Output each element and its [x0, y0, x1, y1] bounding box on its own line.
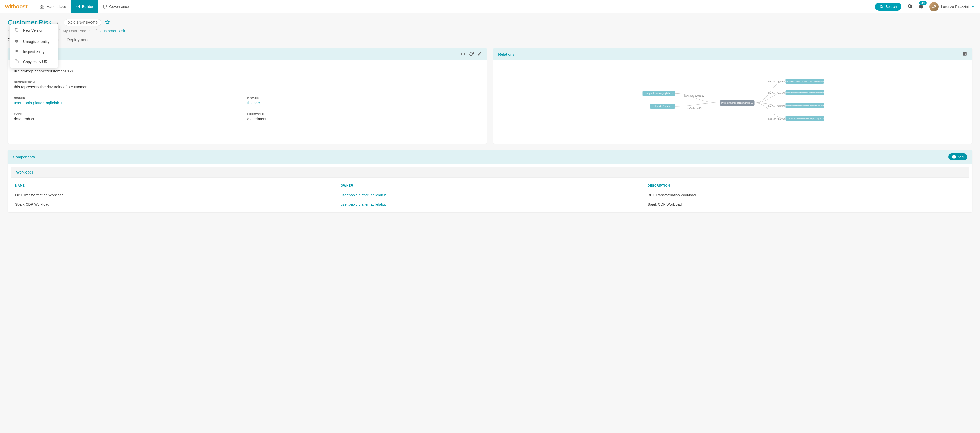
menu-divider [10, 36, 58, 36]
cell-name: DBT Transformation Workload [11, 191, 337, 200]
code-icon [461, 51, 465, 56]
star-icon [105, 19, 110, 25]
circle-x-icon [15, 40, 19, 44]
avatar: LP [929, 2, 939, 11]
breadcrumb-item[interactable]: My Data Products [63, 29, 94, 33]
copy-icon [15, 59, 19, 64]
tabs: Overview Editor and Test Deployment [8, 38, 972, 43]
svg-text:hasPart / partOf: hasPart / partOf [768, 105, 785, 107]
version-pill[interactable]: 0.2.0-SNAPSHOT-5 [64, 19, 102, 26]
type-value: dataproduct [14, 116, 247, 121]
logo: witboost [5, 3, 27, 10]
tab-deployment[interactable]: Deployment [67, 38, 89, 43]
gear-icon [907, 3, 913, 9]
svg-rect-2 [40, 7, 42, 8]
cell-owner[interactable]: user:paolo.platter_agilelab.it [337, 191, 643, 200]
svg-text:component:finance.customer-ris: component:finance.customer-risk.0.gcs-in… [783, 105, 827, 107]
search-button[interactable]: Search [875, 3, 901, 11]
context-menu: New Version Unregister entity Inspect en… [10, 24, 58, 68]
user-name: Lorenzo Pirazzini [941, 5, 969, 9]
svg-rect-1 [43, 5, 44, 6]
nav-label: Builder [82, 5, 94, 9]
col-desc[interactable]: DESCRIPTION [643, 181, 969, 191]
table-row[interactable]: Spark CDP Workload user:paolo.platter_ag… [11, 200, 969, 209]
svg-rect-36 [16, 61, 18, 63]
svg-text:domain:finance: domain:finance [654, 105, 670, 108]
shield-icon [102, 5, 107, 9]
svg-text:component:finance.customer-ris: component:finance.customer-risk.0.dremio… [782, 92, 828, 94]
grid-icon [40, 5, 44, 9]
search-icon [880, 5, 883, 8]
lifecycle-label: LIFECYCLE [247, 113, 481, 116]
svg-text:hasPart / partOf: hasPart / partOf [686, 107, 702, 110]
menu-unregister[interactable]: Unregister entity [10, 37, 58, 46]
svg-text:system:finance.customer-risk.0: system:finance.customer-risk.0 [721, 102, 753, 104]
components-title: Components [13, 155, 35, 159]
svg-text:hasPart / partOf: hasPart / partOf [768, 92, 785, 94]
nav-marketplace[interactable]: Marketplace [35, 0, 70, 13]
menu-label: Copy entity URL [23, 60, 49, 64]
plus-circle-icon [952, 155, 956, 159]
user-menu[interactable]: LP Lorenzo Pirazzini [929, 2, 975, 11]
lifecycle-value: experimental [247, 116, 481, 121]
top-bar: witboost Marketplace Builder Governance … [0, 0, 980, 13]
svg-rect-0 [40, 5, 42, 6]
notifications-button[interactable]: 99+ [918, 3, 924, 10]
search-label: Search [885, 5, 897, 9]
nav-label: Governance [109, 5, 129, 9]
cell-owner[interactable]: user:paolo.platter_agilelab.it [337, 200, 643, 209]
table-row[interactable]: DBT Transformation Workload user:paolo.p… [11, 191, 969, 200]
components-table: NAME OWNER DESCRIPTION DBT Transformatio… [11, 181, 969, 209]
edit-button[interactable] [477, 51, 482, 57]
svg-point-7 [57, 22, 58, 23]
menu-label: Inspect entity [23, 50, 45, 54]
nav-label: Marketplace [46, 5, 66, 9]
main-nav: Marketplace Builder Governance [35, 0, 134, 13]
nav-builder[interactable]: Builder [71, 0, 98, 13]
cell-name: Spark CDP Workload [11, 200, 337, 209]
svg-text:hasPart / partOf: hasPart / partOf [768, 80, 785, 83]
code-button[interactable] [461, 51, 465, 57]
cell-desc: Spark CDP Workload [643, 200, 969, 209]
workloads-header: Workloads [11, 167, 969, 178]
col-owner[interactable]: OWNER [337, 181, 643, 191]
relations-graph[interactable]: user:paolo.platter_agilelab.it ownerOf /… [498, 68, 967, 135]
svg-rect-12 [964, 53, 965, 55]
menu-inspect[interactable]: Inspect entity [10, 46, 58, 57]
description-value: this represents the risk traits of a cus… [14, 85, 481, 89]
chevron-down-icon [971, 5, 975, 8]
relations-card: Relations user:paolo.platter_agilelab.i [493, 48, 972, 144]
owner-link[interactable]: user:paolo.platter_agilelab.it [14, 101, 247, 105]
svg-text:user:paolo.platter_agilelab.it: user:paolo.platter_agilelab.it [644, 92, 673, 95]
nav-governance[interactable]: Governance [98, 0, 134, 13]
domain-link[interactable]: finance [247, 101, 481, 105]
pencil-icon [477, 51, 482, 56]
relations-chart-button[interactable] [963, 51, 967, 57]
relations-title: Relations [498, 52, 514, 56]
refresh-button[interactable] [469, 51, 474, 57]
type-label: TYPE [14, 113, 247, 116]
svg-text:hasPart / partOf: hasPart / partOf [768, 118, 785, 120]
urn-value: urn:dmb:dp:finance:customer-risk:0 [14, 69, 481, 73]
owner-label: OWNER [14, 97, 247, 100]
svg-text:component:finance.customer-ris: component:finance.customer-risk.0.dbt-tr… [779, 80, 830, 83]
refresh-icon [469, 51, 474, 56]
menu-label: Unregister entity [23, 40, 49, 44]
components-card: Components Add Workloads NAME OWNER DESC… [8, 150, 972, 212]
menu-copy-url[interactable]: Copy entity URL [10, 57, 58, 67]
breadcrumb-current: Customer Risk [100, 29, 125, 33]
notification-badge: 99+ [919, 1, 927, 5]
breadcrumb: Software Catalog/ System/ My Data Produc… [8, 29, 972, 33]
svg-point-5 [880, 5, 882, 8]
svg-marker-9 [105, 20, 110, 24]
svg-rect-3 [43, 7, 44, 8]
menu-new-version[interactable]: New Version [10, 25, 58, 35]
add-component-button[interactable]: Add [948, 153, 967, 160]
svg-rect-11 [964, 54, 964, 55]
settings-button[interactable] [907, 3, 913, 10]
col-name[interactable]: NAME [11, 181, 337, 191]
svg-rect-13 [965, 54, 966, 55]
favorite-button[interactable] [105, 19, 110, 25]
builder-icon [75, 5, 80, 9]
copy-icon [15, 28, 19, 32]
